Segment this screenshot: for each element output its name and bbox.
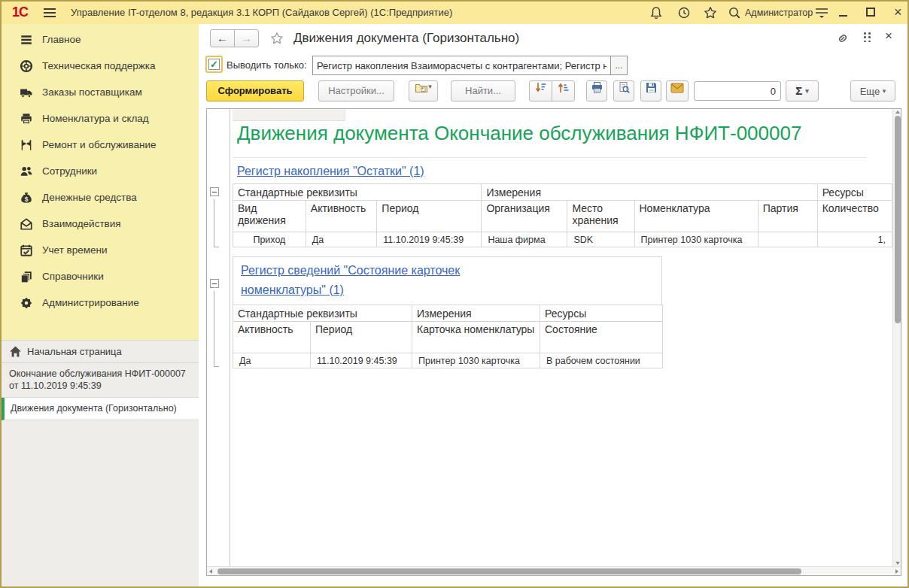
sidebar-item-catalogs[interactable]: Справочники [2, 264, 199, 290]
sidebar-item-administration[interactable]: Администрирование [2, 290, 199, 317]
main-window: ← → Движения документа (Горизонтально) ×… [199, 24, 907, 586]
close-window-icon[interactable]: × [894, 4, 902, 20]
register-section-2-header: Регистр сведений "Состояние карточек ном… [233, 256, 662, 305]
column-header: Партия [758, 201, 817, 232]
scroll-up-arrow[interactable] [895, 111, 900, 114]
current-user-label[interactable]: Администратор [745, 8, 813, 18]
vertical-scrollbar[interactable] [892, 109, 901, 566]
group-header: Измерения [482, 184, 817, 201]
sidebar-item-home[interactable]: Начальная страница [2, 341, 199, 363]
sidebar-item-label: Ремонт и обслуживание [42, 139, 157, 150]
report-variant-button[interactable]: ▾ [409, 80, 438, 102]
sidebar-item-interactions[interactable]: Взаимодействия [2, 211, 199, 238]
group-header: Ресурсы [817, 184, 892, 201]
column-header: Количество [817, 201, 892, 232]
filter-bar: ✓ Выводить только: ... [199, 53, 907, 78]
sidebar-item-repair-maintenance[interactable]: Ремонт и обслуживание [2, 132, 199, 159]
register-table-2-container: Стандартные реквизитыИзмеренияРесурсыАкт… [233, 305, 663, 368]
home-label: Начальная страница [27, 346, 122, 357]
horizontal-scrollbar-thumb[interactable] [217, 568, 801, 574]
vertical-scrollbar-thumb[interactable] [895, 116, 901, 323]
accumulation-register-table: Стандартные реквизитыИзмеренияРесурсыВид… [233, 183, 892, 247]
filter-ellipsis-button[interactable]: ... [610, 56, 628, 75]
print-icon [591, 81, 603, 94]
generate-button[interactable]: Сформировать [206, 80, 304, 102]
autosum-value-field[interactable] [694, 81, 781, 101]
register-link-card-states[interactable]: Регистр сведений "Состояние карточек ном… [241, 261, 500, 300]
sidebar-item-nomenclature-warehouse[interactable]: Номенклатура и склад [2, 106, 199, 132]
home-icon [9, 345, 22, 358]
forward-button[interactable]: → [234, 29, 259, 47]
sort-descending-button[interactable] [529, 80, 552, 102]
table-cell: Да [233, 353, 311, 368]
column-header: Активность [306, 201, 377, 232]
sidebar-item-label: Техническая поддержка [42, 60, 156, 71]
scroll-down-arrow[interactable] [895, 562, 900, 565]
favorites-star-icon[interactable] [703, 5, 718, 20]
sidebar-item-time-tracking[interactable]: Учет времени [2, 238, 199, 264]
sidebar-item-employees[interactable]: Сотрудники [2, 159, 199, 185]
sidebar-item-label: Заказы поставщикам [42, 86, 142, 98]
table-cell: 11.10.2019 9:45:39 [311, 353, 412, 368]
open-window-tab-document-movements[interactable]: Движения документа (Горизонтально) [2, 398, 199, 420]
close-tab-icon[interactable]: × [885, 29, 892, 44]
collapse-group-2-button[interactable] [210, 279, 219, 288]
get-link-icon[interactable] [835, 32, 850, 45]
table-row: Да11.10.2019 9:45:39Принтер 1030 карточк… [233, 353, 663, 368]
titlebar: 1С Управление IT-отделом 8, редакция 3.1… [2, 2, 907, 24]
sort-ascending-icon [557, 81, 570, 94]
sort-ascending-button[interactable] [552, 80, 575, 102]
minimize-window-icon[interactable] [838, 8, 849, 18]
print-button[interactable] [586, 80, 607, 102]
more-actions-button[interactable]: Еще ▾ [850, 80, 895, 102]
find-button[interactable]: Найти... [451, 80, 515, 102]
print-preview-button[interactable] [613, 80, 634, 102]
column-header: Карточка номенклатуры [412, 322, 540, 353]
sidebar-item-supplier-orders[interactable]: Заказы поставщикам [2, 80, 199, 106]
report-title: Движения документа Окончание обслуживани… [237, 122, 892, 145]
history-icon[interactable] [676, 5, 692, 20]
collapse-group-1-button[interactable] [210, 187, 219, 196]
service-menu-icon[interactable] [814, 7, 829, 22]
back-button[interactable]: ← [210, 29, 235, 47]
notifications-bell-icon[interactable] [649, 5, 664, 20]
scroll-right-arrow[interactable] [895, 569, 898, 574]
group-header: Стандартные реквизиты [233, 305, 412, 322]
column-header: Состояние [540, 322, 663, 353]
register-filter-input[interactable] [312, 56, 611, 75]
report-toolbar: Сформировать Настройки... ▾ Найти... [199, 79, 907, 105]
maximize-window-icon[interactable] [866, 8, 875, 17]
open-window-tab-service-end[interactable]: Окончание обслуживания НФИТ-000007 от 11… [2, 363, 199, 398]
send-mail-button[interactable] [666, 80, 689, 102]
window-more-menu-icon[interactable] [864, 32, 871, 44]
sidebar-item-cash[interactable]: $ Денежные средства [2, 185, 199, 211]
horizontal-scrollbar[interactable] [207, 566, 901, 576]
scroll-left-arrow[interactable] [209, 569, 212, 574]
output-only-checkbox[interactable]: ✓ [205, 56, 223, 73]
sidebar-item-tech-support[interactable]: Техническая поддержка [2, 53, 199, 80]
sort-descending-icon [534, 81, 547, 94]
sidebar-item-label: Взаимодействия [42, 218, 121, 229]
sidebar-item-label: Администрирование [42, 297, 139, 308]
report-spreadsheet: Движения документа Окончание обслуживани… [206, 108, 901, 576]
search-icon[interactable] [727, 5, 742, 20]
sidebar-item-label: Денежные средства [42, 192, 137, 203]
save-button[interactable] [640, 80, 661, 102]
table-cell: 1, [817, 232, 892, 247]
money-bag-icon: $ [20, 191, 33, 205]
sigma-icon: Σ [795, 84, 802, 97]
register-link-balances[interactable]: Регистр накопления "Остатки" (1) [237, 165, 424, 178]
information-register-table: Стандартные реквизитыИзмеренияРесурсыАкт… [233, 305, 663, 368]
sidebar-item-main[interactable]: Главное [2, 27, 199, 53]
autosum-button[interactable]: Σ ▾ [786, 80, 819, 102]
main-menu-icon[interactable] [44, 8, 56, 17]
people-icon [20, 165, 33, 178]
group-header: Измерения [412, 305, 540, 322]
favorite-star-icon[interactable] [269, 31, 284, 46]
more-label: Еще [860, 86, 880, 97]
sidebar-item-label: Сотрудники [42, 165, 97, 177]
settings-button[interactable]: Настройки... [318, 80, 394, 102]
register-table-1-container: Стандартные реквизитыИзмеренияРесурсыВид… [233, 183, 892, 250]
table-cell [758, 232, 817, 247]
group-2-bracket [214, 291, 219, 367]
